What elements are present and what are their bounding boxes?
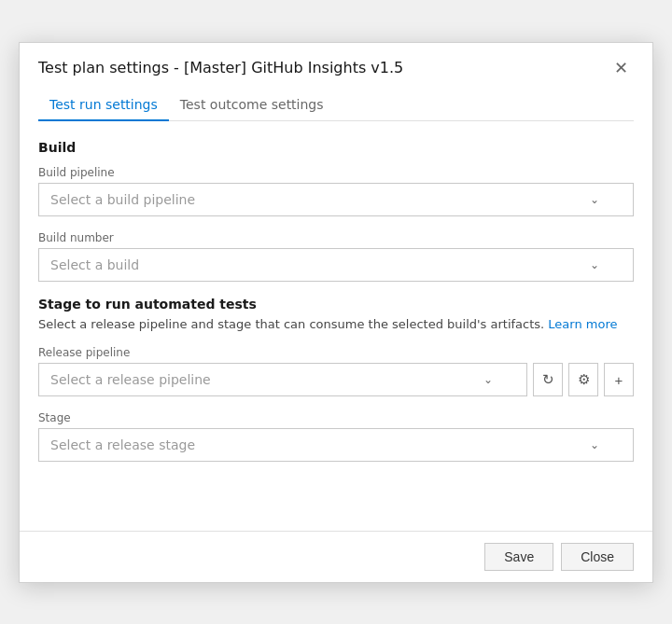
refresh-button[interactable]: ↻ [533,363,563,396]
stage-placeholder: Select a release stage [50,437,195,452]
build-pipeline-placeholder: Select a build pipeline [50,192,195,207]
stage-label: Stage [38,411,634,424]
tab-test-run-settings[interactable]: Test run settings [38,90,169,121]
save-button[interactable]: Save [484,543,553,571]
release-pipeline-wrapper: Select a release pipeline ⌄ [38,363,527,396]
stage-wrapper: Select a release stage ⌄ [38,428,634,462]
build-number-wrapper: Select a build ⌄ [38,248,634,282]
learn-more-link[interactable]: Learn more [548,317,617,331]
tab-test-outcome-settings[interactable]: Test outcome settings [169,90,335,121]
release-pipeline-label: Release pipeline [38,346,634,359]
release-pipeline-chevron-icon: ⌄ [483,373,493,386]
dialog: Test plan settings - [Master] GitHub Ins… [19,42,653,583]
pipeline-label: Build pipeline [38,166,634,179]
build-pipeline-chevron-icon: ⌄ [590,193,599,206]
stage-select[interactable]: Select a release stage ⌄ [38,428,634,462]
build-number-select[interactable]: Select a build ⌄ [38,248,634,282]
refresh-icon: ↻ [542,371,554,388]
tabs-bar: Test run settings Test outcome settings [38,90,634,121]
build-pipeline-wrapper: Select a build pipeline ⌄ [38,183,634,216]
release-pipeline-row: Select a release pipeline ⌄ ↻ ⚙ + [38,363,634,396]
stage-chevron-icon: ⌄ [590,438,599,451]
dialog-body: Build Build pipeline Select a build pipe… [20,121,652,531]
add-button[interactable]: + [604,363,634,396]
build-number-chevron-icon: ⌄ [590,258,599,271]
add-icon: + [615,372,623,388]
close-button[interactable]: Close [561,543,634,571]
dialog-header: Test plan settings - [Master] GitHub Ins… [20,43,652,78]
dialog-close-button[interactable]: ✕ [609,58,634,78]
dialog-footer: Save Close [20,531,652,582]
build-number-label: Build number [38,231,634,244]
build-section-title: Build [38,140,634,155]
stage-section-title: Stage to run automated tests [38,297,634,312]
dialog-title: Test plan settings - [Master] GitHub Ins… [38,59,403,76]
stage-description: Select a release pipeline and stage that… [38,315,634,334]
release-pipeline-select[interactable]: Select a release pipeline ⌄ [38,363,527,396]
release-pipeline-placeholder: Select a release pipeline [50,372,211,387]
settings-button[interactable]: ⚙ [568,363,598,396]
build-number-placeholder: Select a build [50,257,139,272]
gear-icon: ⚙ [578,371,590,388]
build-pipeline-select[interactable]: Select a build pipeline ⌄ [38,183,634,216]
